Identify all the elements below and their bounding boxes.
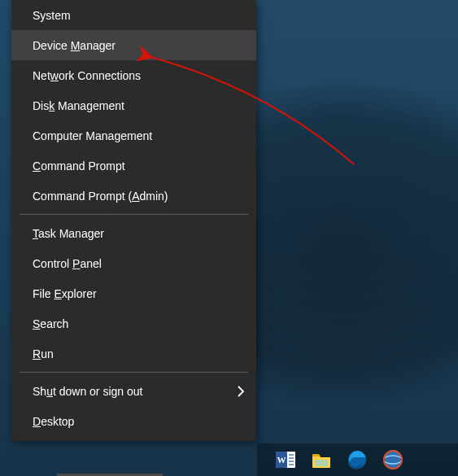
menu-item-label: System [33, 9, 71, 22]
menu-item[interactable]: Network Connections [11, 60, 256, 90]
menu-item[interactable]: File Explorer [11, 278, 256, 308]
menu-item-label: Command Prompt (Admin) [33, 190, 168, 203]
menu-item[interactable]: Device Manager [11, 30, 256, 60]
chevron-right-icon [237, 386, 245, 397]
menu-item[interactable]: Desktop [11, 406, 256, 436]
svg-rect-7 [315, 460, 328, 466]
menu-item-label: Device Manager [33, 39, 116, 52]
globe-app-icon[interactable] [381, 448, 405, 472]
menu-item-label: Desktop [33, 415, 74, 428]
taskbar: W [257, 443, 458, 476]
menu-item-label: Command Prompt [33, 159, 125, 172]
menu-item[interactable]: Task Manager [11, 218, 256, 248]
menu-item[interactable]: Command Prompt (Admin) [11, 181, 256, 211]
menu-separator [20, 372, 248, 373]
menu-item-label: Search [33, 317, 68, 330]
menu-item-label: Disk Management [33, 99, 124, 112]
svg-text:W: W [277, 455, 286, 465]
menu-item-label: Run [33, 347, 54, 360]
menu-item-label: Network Connections [33, 69, 141, 82]
menu-separator [20, 214, 248, 215]
menu-item[interactable]: Control Panel [11, 248, 256, 278]
menu-item-label: Computer Management [33, 129, 152, 142]
word-icon[interactable]: W [273, 448, 298, 472]
menu-item[interactable]: Search [11, 308, 256, 338]
menu-item-label: Shut down or sign out [33, 385, 142, 398]
menu-item[interactable]: System [11, 0, 256, 30]
menu-item[interactable]: Run [11, 338, 256, 369]
menu-item-label: Control Panel [33, 257, 102, 270]
edge-icon[interactable] [345, 448, 369, 472]
menu-item[interactable]: Computer Management [11, 120, 256, 151]
file-explorer-icon[interactable] [309, 448, 334, 472]
menu-item-label: File Explorer [33, 287, 97, 300]
menu-item-label: Task Manager [33, 227, 104, 240]
menu-item[interactable]: Disk Management [11, 90, 256, 120]
menu-item[interactable]: Command Prompt [11, 151, 256, 181]
winx-context-menu: SystemDevice ManagerNetwork ConnectionsD… [11, 0, 256, 441]
menu-item[interactable]: Shut down or sign out [11, 376, 256, 406]
